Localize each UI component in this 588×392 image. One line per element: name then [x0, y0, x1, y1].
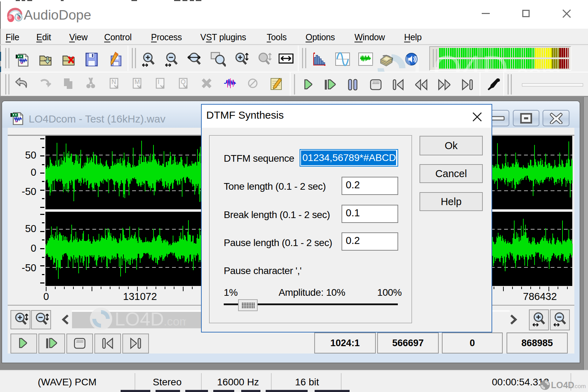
svg-text:.com: .com — [573, 383, 586, 390]
svg-text:LO4D: LO4D — [115, 308, 164, 329]
svg-text:LO4D: LO4D — [551, 380, 574, 390]
svg-text:.com: .com — [164, 315, 186, 328]
